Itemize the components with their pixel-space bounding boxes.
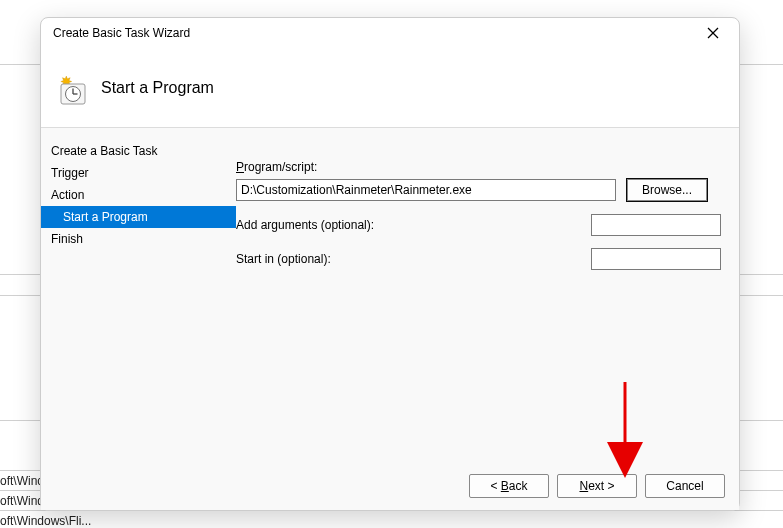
wizard-steps-sidebar: Create a Basic Task Trigger Action Start… bbox=[41, 128, 236, 462]
sidebar-item-finish[interactable]: Finish bbox=[41, 228, 236, 250]
wizard-header: Start a Program bbox=[41, 48, 739, 128]
cancel-button[interactable]: Cancel bbox=[645, 474, 725, 498]
bg-text: oft\Windows\Fli... bbox=[0, 514, 100, 528]
sidebar-item-action[interactable]: Action bbox=[41, 184, 236, 206]
next-button[interactable]: Next > bbox=[557, 474, 637, 498]
sidebar-item-trigger[interactable]: Trigger bbox=[41, 162, 236, 184]
sidebar-item-start-a-program[interactable]: Start a Program bbox=[41, 206, 236, 228]
back-button[interactable]: < Back bbox=[469, 474, 549, 498]
window-title: Create Basic Task Wizard bbox=[51, 26, 190, 40]
form-area: Program/script: Browse... Add arguments … bbox=[236, 128, 739, 462]
close-button[interactable] bbox=[697, 21, 729, 45]
clock-wizard-icon bbox=[55, 72, 87, 104]
page-heading: Start a Program bbox=[101, 79, 214, 97]
program-script-label: Program/script: bbox=[236, 160, 721, 174]
start-in-label: Start in (optional): bbox=[236, 252, 331, 266]
start-in-input[interactable] bbox=[591, 248, 721, 270]
wizard-dialog: Create Basic Task Wizard Start a Program… bbox=[40, 17, 740, 511]
titlebar: Create Basic Task Wizard bbox=[41, 18, 739, 48]
close-icon bbox=[707, 27, 719, 39]
add-arguments-label: Add arguments (optional): bbox=[236, 218, 374, 232]
browse-button[interactable]: Browse... bbox=[626, 178, 708, 202]
wizard-footer: < Back Next > Cancel bbox=[41, 462, 739, 510]
program-script-input[interactable] bbox=[236, 179, 616, 201]
add-arguments-input[interactable] bbox=[591, 214, 721, 236]
sidebar-item-create-basic-task[interactable]: Create a Basic Task bbox=[41, 140, 236, 162]
